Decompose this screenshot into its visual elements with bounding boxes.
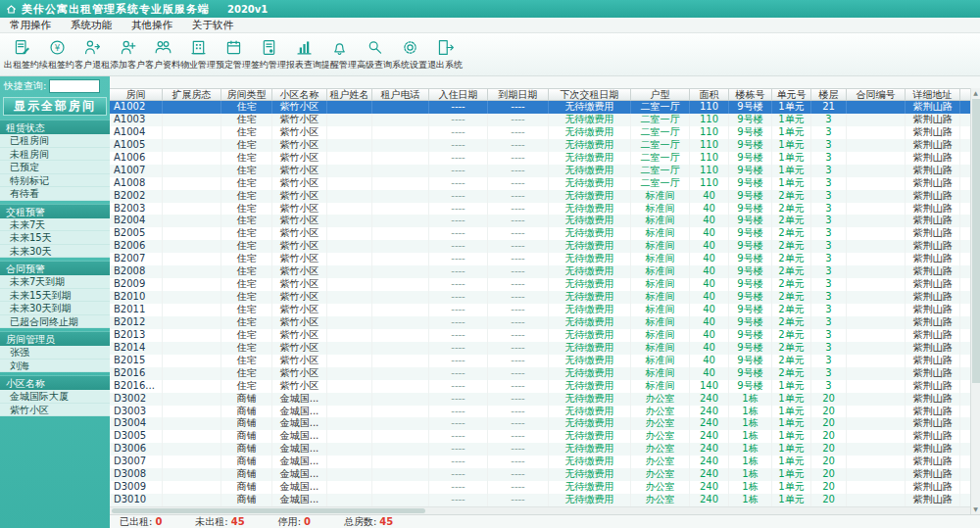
- table-cell: [847, 227, 906, 240]
- sidebar-item[interactable]: 未租房间: [0, 148, 110, 162]
- menu-item-4[interactable]: 关于软件: [182, 19, 243, 32]
- table-row[interactable]: B2003住宅紫竹小区--------无待缴费用标准间409号楼2单元3紫荆山路: [110, 203, 980, 216]
- table-cell: 办公室: [631, 456, 690, 468]
- add-customer-button[interactable]: 添加客户: [110, 35, 145, 74]
- table-row[interactable]: D3005商铺金城国...--------无待缴费用办公室2401栋1单元20紫…: [110, 430, 980, 443]
- settings-button[interactable]: 系统设置: [392, 35, 427, 74]
- table-row-selected[interactable]: A1002住宅紫竹小区--------无待缴费用二室一厅1109号楼1单元21紫…: [110, 101, 980, 114]
- table-cell: ----: [429, 152, 488, 165]
- sidebar-item[interactable]: 金城国际大厦: [0, 390, 110, 404]
- table-row[interactable]: B2010住宅紫竹小区--------无待缴费用标准间409号楼2单元3紫荆山路: [110, 291, 980, 304]
- vertical-scrollbar-thumb[interactable]: [972, 99, 980, 383]
- sidebar-item[interactable]: 未来7天: [0, 218, 110, 232]
- reminder-button[interactable]: 提醒管理: [321, 35, 357, 74]
- table-row[interactable]: B2014住宅紫竹小区--------无待缴费用标准间409号楼2单元3紫荆山路: [110, 342, 980, 355]
- sidebar-item[interactable]: 已超合同终止期: [0, 315, 110, 329]
- table-row[interactable]: B2015住宅紫竹小区--------无待缴费用标准间409号楼2单元3紫荆山路: [110, 355, 980, 367]
- exit-button[interactable]: 退出系统: [427, 35, 463, 74]
- table-cell: 1栋: [729, 468, 772, 481]
- table-row[interactable]: A1008住宅紫竹小区--------无待缴费用二室一厅1109号楼1单元3紫荆…: [110, 177, 980, 190]
- renew-lease-button[interactable]: ¥续租签约: [39, 35, 74, 74]
- sidebar-item[interactable]: 已预定: [0, 161, 110, 174]
- sidebar-item[interactable]: 特别标记: [0, 174, 110, 188]
- sidebar-item[interactable]: 未来7天到期: [0, 275, 110, 289]
- column-header[interactable]: 下次交租日期: [549, 89, 631, 100]
- table-row[interactable]: B2005住宅紫竹小区--------无待缴费用标准间409号楼2单元3紫荆山路: [110, 227, 980, 240]
- table-row[interactable]: D3007商铺金城国...--------无待缴费用办公室2401栋1单元20紫…: [110, 456, 980, 468]
- column-header[interactable]: 到期日期: [488, 89, 549, 100]
- menu-item-2[interactable]: 系统功能: [61, 19, 122, 32]
- report-button[interactable]: 报表查询: [286, 35, 321, 74]
- sidebar-item[interactable]: 刘海: [0, 360, 110, 373]
- table-row[interactable]: B2016...住宅紫竹小区--------无待缴费用标准间1409号楼1单元3…: [110, 380, 980, 393]
- advanced-search-button[interactable]: 高级查询: [357, 35, 392, 74]
- table-row[interactable]: D3003商铺金城国...--------无待缴费用办公室2401栋1单元20紫…: [110, 406, 980, 418]
- sidebar-item[interactable]: 有待看: [0, 187, 110, 201]
- column-header[interactable]: 楼层: [811, 89, 847, 100]
- table-row[interactable]: A1005住宅紫竹小区--------无待缴费用二室一厅1109号楼1单元3紫荆…: [110, 139, 980, 152]
- table-row[interactable]: B2004住宅紫竹小区--------无待缴费用标准间409号楼2单元3紫荆山路: [110, 215, 980, 227]
- table-row[interactable]: D3008商铺金城国...--------无待缴费用办公室2401栋1单元20紫…: [110, 468, 980, 481]
- column-header[interactable]: 租户电话: [372, 89, 429, 100]
- column-header[interactable]: 楼栋号: [729, 89, 772, 100]
- table-cell: 1单元: [772, 114, 811, 126]
- show-all-rooms-button[interactable]: 显示全部房间: [3, 97, 107, 116]
- column-header[interactable]: 合同编号: [847, 89, 906, 100]
- table-row[interactable]: B2007住宅紫竹小区--------无待缴费用标准间409号楼2单元3紫荆山路: [110, 253, 980, 265]
- table-cell: 紫竹小区: [272, 329, 327, 342]
- table-cell: [327, 190, 372, 203]
- lease-sign-button[interactable]: 出租签约: [4, 35, 39, 74]
- booking-button[interactable]: 预定管理: [216, 35, 251, 74]
- menu-item-1[interactable]: 常用操作: [0, 19, 61, 32]
- column-header[interactable]: 详细地址: [906, 89, 960, 100]
- column-header[interactable]: 房间类型: [221, 89, 272, 100]
- sidebar-item[interactable]: 已租房间: [0, 134, 110, 148]
- column-header[interactable]: 入住日期: [429, 89, 488, 100]
- column-header[interactable]: 户型: [631, 89, 690, 100]
- table-row[interactable]: D3009商铺金城国...--------无待缴费用办公室2401栋1单元20紫…: [110, 481, 980, 494]
- contract-button[interactable]: 签约管理: [251, 35, 286, 74]
- quick-search-input[interactable]: [49, 79, 100, 93]
- sidebar-item[interactable]: 张强: [0, 346, 110, 360]
- table-row[interactable]: B2012住宅紫竹小区--------无待缴费用标准间409号楼2单元3紫荆山路: [110, 316, 980, 329]
- sidebar-item[interactable]: 未来30天: [0, 245, 110, 259]
- table-row[interactable]: A1006住宅紫竹小区--------无待缴费用二室一厅1109号楼1单元3紫荆…: [110, 152, 980, 165]
- table-row[interactable]: B2002住宅紫竹小区--------无待缴费用标准间409号楼2单元3紫荆山路: [110, 190, 980, 203]
- checkout-button[interactable]: 客户退租: [74, 35, 110, 74]
- scroll-down-icon[interactable]: ▼: [971, 504, 980, 514]
- table-cell: 紫荆山路: [906, 443, 960, 456]
- column-header[interactable]: 扩展房态: [163, 89, 221, 100]
- table-row[interactable]: A1007住宅紫竹小区--------无待缴费用二室一厅1109号楼1单元3紫荆…: [110, 165, 980, 177]
- vertical-scrollbar[interactable]: ▲ ▼: [970, 88, 980, 514]
- sidebar-item[interactable]: 未来15天: [0, 231, 110, 245]
- customer-info-button[interactable]: 客户资料: [145, 35, 180, 74]
- table-row[interactable]: D3010商铺金城国...--------无待缴费用办公室2401栋1单元20紫…: [110, 494, 980, 506]
- table-cell: D3009: [110, 481, 163, 494]
- table-cell: 3: [811, 291, 847, 304]
- column-header[interactable]: 小区名称: [272, 89, 327, 100]
- table-row[interactable]: B2009住宅紫竹小区--------无待缴费用标准间409号楼2单元3紫荆山路: [110, 278, 980, 291]
- column-header[interactable]: 房间: [110, 89, 163, 100]
- table-row[interactable]: D3004商铺金城国...--------无待缴费用办公室2401栋1单元20紫…: [110, 417, 980, 430]
- sidebar-item[interactable]: 未来15天到期: [0, 289, 110, 303]
- table-row[interactable]: B2008住宅紫竹小区--------无待缴费用标准间409号楼2单元3紫荆山路: [110, 265, 980, 278]
- table-row[interactable]: B2016住宅紫竹小区--------无待缴费用标准间409号楼2单元3紫荆山路: [110, 367, 980, 380]
- table-row[interactable]: D3006商铺金城国...--------无待缴费用办公室2401栋1单元20紫…: [110, 443, 980, 456]
- column-header[interactable]: 单元号: [772, 89, 811, 100]
- table-row[interactable]: A1003住宅紫竹小区--------无待缴费用二室一厅1109号楼1单元3紫荆…: [110, 114, 980, 126]
- table-row[interactable]: B2013住宅紫竹小区--------无待缴费用标准间409号楼2单元3紫荆山路: [110, 329, 980, 342]
- table-row[interactable]: B2011住宅紫竹小区--------无待缴费用标准间409号楼2单元3紫荆山路: [110, 304, 980, 316]
- property-button[interactable]: 物业管理: [180, 35, 216, 74]
- column-header[interactable]: 面积: [690, 89, 729, 100]
- sidebar-item[interactable]: 紫竹小区: [0, 404, 110, 417]
- table-row[interactable]: A1004住宅紫竹小区--------无待缴费用二室一厅1109号楼1单元3紫荆…: [110, 126, 980, 139]
- table-row[interactable]: B2006住宅紫竹小区--------无待缴费用标准间409号楼2单元3紫荆山路: [110, 240, 980, 253]
- horizontal-scrollbar[interactable]: [110, 506, 980, 514]
- sidebar-item[interactable]: 未来30天到期: [0, 302, 110, 315]
- scroll-up-icon[interactable]: ▲: [971, 88, 980, 98]
- menu-item-3[interactable]: 其他操作: [122, 19, 182, 32]
- table-cell: 3: [811, 203, 847, 216]
- table-row[interactable]: D3002商铺金城国...--------无待缴费用办公室2401栋1单元20紫…: [110, 393, 980, 406]
- column-header[interactable]: 租户姓名: [327, 89, 372, 100]
- horizontal-scrollbar-thumb[interactable]: [112, 508, 425, 513]
